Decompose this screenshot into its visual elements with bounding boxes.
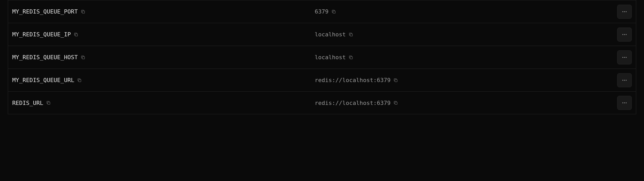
- env-vars-table: MY_REDIS_QUEUE_PORT 6379 MY_REDIS_QUEUE_…: [8, 0, 636, 114]
- svg-rect-20: [48, 102, 50, 104]
- svg-rect-11: [350, 57, 352, 59]
- actions-cell: [617, 73, 632, 87]
- env-key-text: MY_REDIS_QUEUE_PORT: [12, 8, 78, 15]
- svg-point-18: [624, 80, 625, 81]
- svg-rect-16: [395, 79, 397, 82]
- copy-icon[interactable]: [331, 9, 336, 14]
- env-key-text: REDIS_URL: [12, 100, 43, 106]
- env-value-text: redis://localhost:6379: [315, 100, 390, 106]
- svg-rect-15: [79, 79, 81, 82]
- env-value-cell: localhost: [315, 31, 617, 38]
- svg-rect-1: [333, 11, 335, 13]
- env-key-text: MY_REDIS_QUEUE_HOST: [12, 54, 78, 61]
- actions-cell: [617, 28, 632, 42]
- table-row: MY_REDIS_QUEUE_IP localhost: [8, 23, 636, 46]
- copy-icon[interactable]: [80, 55, 86, 60]
- svg-point-19: [626, 80, 627, 81]
- more-actions-button[interactable]: [617, 50, 632, 64]
- table-row: MY_REDIS_QUEUE_HOST localhost: [8, 46, 636, 69]
- svg-point-8: [624, 34, 625, 35]
- svg-rect-21: [395, 102, 397, 104]
- svg-point-24: [626, 102, 627, 103]
- actions-cell: [617, 5, 632, 19]
- env-value-text: redis://localhost:6379: [315, 77, 390, 83]
- env-value-text: localhost: [315, 31, 346, 38]
- copy-icon[interactable]: [80, 9, 86, 14]
- env-value-cell: localhost: [315, 54, 617, 61]
- svg-point-23: [624, 102, 625, 103]
- more-actions-button[interactable]: [617, 5, 632, 19]
- copy-icon[interactable]: [393, 100, 398, 105]
- copy-icon[interactable]: [393, 78, 398, 83]
- svg-point-7: [622, 34, 623, 35]
- svg-point-9: [626, 34, 627, 35]
- env-key-text: MY_REDIS_QUEUE_URL: [12, 77, 74, 83]
- svg-rect-6: [350, 34, 352, 36]
- env-value-text: localhost: [315, 54, 346, 61]
- more-actions-button[interactable]: [617, 96, 632, 110]
- env-key-cell: REDIS_URL: [12, 100, 315, 106]
- env-key-cell: MY_REDIS_QUEUE_URL: [12, 77, 315, 83]
- copy-icon[interactable]: [46, 100, 51, 105]
- svg-point-13: [624, 57, 625, 58]
- svg-rect-5: [75, 34, 78, 36]
- env-value-cell: redis://localhost:6379: [315, 77, 617, 83]
- copy-icon[interactable]: [348, 32, 353, 37]
- env-key-cell: MY_REDIS_QUEUE_IP: [12, 31, 315, 38]
- svg-point-17: [622, 80, 623, 81]
- more-actions-button[interactable]: [617, 73, 632, 87]
- env-key-cell: MY_REDIS_QUEUE_PORT: [12, 8, 315, 15]
- svg-rect-0: [82, 11, 85, 13]
- svg-point-14: [626, 57, 627, 58]
- svg-point-12: [622, 57, 623, 58]
- actions-cell: [617, 50, 632, 64]
- svg-point-3: [624, 11, 625, 12]
- svg-point-2: [622, 11, 623, 12]
- table-row: MY_REDIS_QUEUE_URL redis://localhost:637…: [8, 69, 636, 91]
- svg-rect-10: [82, 57, 85, 59]
- svg-point-4: [626, 11, 627, 12]
- table-row: MY_REDIS_QUEUE_PORT 6379: [8, 0, 636, 23]
- env-key-cell: MY_REDIS_QUEUE_HOST: [12, 54, 315, 61]
- env-value-cell: redis://localhost:6379: [315, 100, 617, 106]
- actions-cell: [617, 96, 632, 110]
- env-value-cell: 6379: [315, 8, 617, 15]
- copy-icon[interactable]: [77, 78, 82, 83]
- svg-point-22: [622, 102, 623, 103]
- table-row: REDIS_URL redis://localhost:6379: [8, 91, 636, 114]
- env-value-text: 6379: [315, 8, 329, 15]
- env-key-text: MY_REDIS_QUEUE_IP: [12, 31, 71, 38]
- copy-icon[interactable]: [73, 32, 79, 37]
- copy-icon[interactable]: [348, 55, 353, 60]
- more-actions-button[interactable]: [617, 28, 632, 42]
